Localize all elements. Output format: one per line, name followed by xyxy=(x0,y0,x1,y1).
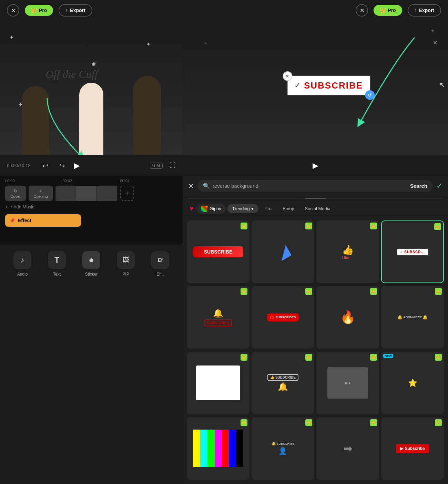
opening-clip[interactable]: + Opening xyxy=(29,186,53,201)
pro-crown-5: 👑 xyxy=(241,288,247,295)
redo-button[interactable]: ↪ xyxy=(57,159,67,172)
video-thumb-3 xyxy=(97,186,118,201)
pro-label-right: Pro xyxy=(388,8,396,13)
export-button-right[interactable]: ↑ Export xyxy=(408,4,441,17)
controls-bar-right: ▶ xyxy=(183,155,448,176)
pro-label-left: Pro xyxy=(39,8,47,13)
search-button[interactable]: Search xyxy=(410,183,427,189)
category-tabs: ♥ Giphy Trending ▾ Pro Emoji Social Medi… xyxy=(183,200,448,217)
video-clip[interactable] xyxy=(55,186,118,201)
effect-pin-icon: 📌 xyxy=(9,218,15,223)
pro-crown-3: 👑 xyxy=(370,223,377,229)
sticker-item-fire[interactable]: 🔥 👑 xyxy=(316,286,379,349)
sticker-item-arrow[interactable]: ➡ 👑 xyxy=(316,417,379,480)
giphy-tab[interactable]: Giphy xyxy=(196,204,226,214)
emoji-tab[interactable]: Emoji xyxy=(278,204,299,213)
sticker-fire-content: 🔥 xyxy=(340,310,356,325)
tool-effect[interactable]: Ef Ef... xyxy=(148,251,172,277)
pro-crown-13: 👑 xyxy=(241,419,247,426)
close-button-right[interactable]: ✕ xyxy=(356,4,368,17)
favorites-tab[interactable]: ♥ xyxy=(188,203,195,214)
add-music-row[interactable]: ♪ ♪ Add Music xyxy=(5,203,177,211)
sticker-item-subscribe-outline[interactable]: ✓ SUBSCR... 👑 xyxy=(381,220,444,283)
pro-crown-16: 👑 xyxy=(435,419,442,426)
pro-icon-left: 👑 xyxy=(31,8,37,13)
sticker-item-subscribe-red[interactable]: SUBSCRIBE 👑 xyxy=(187,220,250,283)
search-bar: ✕ 🔍 Search ✓ xyxy=(183,176,448,196)
pip-label: PIP xyxy=(122,272,129,277)
effect-track-row: 📌 Effect xyxy=(5,213,177,228)
sticker-panel: ✕ 🔍 Search ✓ ♥ Giphy Tr xyxy=(183,176,448,484)
play-button-left[interactable]: ▶ xyxy=(74,161,80,170)
left-panel: ✦ ✦ ✦ ✦ ✺ Off the Cuff xyxy=(0,21,183,484)
video-preview-right: ✦ ✦ ✕ ✓ SUBSCRIBE ✕ ↺ ↖ xyxy=(183,21,448,155)
track-row-video: ↻ Cover + Opening + xyxy=(5,186,177,201)
video-preview-left: ✦ ✦ ✦ ✦ ✺ Off the Cuff xyxy=(0,21,183,155)
tool-pip[interactable]: 🖼 PIP xyxy=(114,251,138,277)
sticker-item-subscribe-btn[interactable]: ▶Subscribe 👑 xyxy=(381,417,444,480)
sticker-label: Sticker xyxy=(85,272,98,277)
sticker-subscribe-outline-content: ✓ SUBSCR... xyxy=(397,248,428,256)
subscribe-resize-handle[interactable]: ↺ xyxy=(365,90,375,100)
pro-crown-12: 👑 xyxy=(435,354,442,361)
sticker-item-cursor[interactable]: ◢ 👑 xyxy=(252,220,314,283)
pro-crown-11: 👑 xyxy=(370,354,377,361)
sticker-item-bell[interactable]: 🔔 SUBSCRIBE 👑 xyxy=(187,286,250,349)
sticker-item-person[interactable]: 🔔 SUBSCRIBE 👤 👑 xyxy=(252,417,314,480)
sparkle-2: ✦ xyxy=(146,41,151,48)
sticker-grid: SUBSCRIBE 👑 ◢ 👑 👍 Like 👑 ✓ xyxy=(183,217,448,484)
social-media-tab[interactable]: Social Media xyxy=(300,204,335,213)
pro-crown-6: 👑 xyxy=(305,288,312,295)
sticker-colorbar-content xyxy=(193,430,243,467)
sticker-item-whitebox[interactable]: 👑 xyxy=(187,352,250,414)
sticker-item-dark[interactable]: ▶ ● 👑 xyxy=(316,352,379,414)
pro-crown-4: 👑 xyxy=(434,223,441,230)
close-button-left[interactable]: ✕ xyxy=(7,4,19,17)
sticker-ring-content: 👍 SUBSCRIBE 🔔 xyxy=(267,374,298,392)
bar-blue xyxy=(229,430,236,467)
expand-button[interactable]: ⛶ xyxy=(170,162,176,169)
pro-button-left[interactable]: 👑 Pro xyxy=(25,5,53,16)
sticker-bell-content: 🔔 SUBSCRIBE xyxy=(204,308,232,326)
sticker-item-abonniert[interactable]: 🔔 ABONNIERT 🔔 👑 xyxy=(381,286,444,349)
pro-button-right[interactable]: 👑 Pro xyxy=(374,5,402,16)
search-scrollbar xyxy=(188,198,442,199)
bar-red xyxy=(222,430,229,467)
search-input[interactable] xyxy=(213,183,407,189)
add-music-label: ♪ Add Music xyxy=(10,204,34,209)
sticker-item-colorbars[interactable]: 👑 xyxy=(187,417,250,480)
cover-clip[interactable]: ↻ Cover xyxy=(5,186,26,201)
pro-crown-9: 👑 xyxy=(241,354,247,361)
subscribe-close-button[interactable]: ✕ xyxy=(283,71,292,81)
effect-track[interactable]: 📌 Effect xyxy=(5,214,81,227)
sticker-item-new[interactable]: NEW ⭐ 👑 xyxy=(381,352,444,414)
sticker-item-like[interactable]: 👍 Like 👑 xyxy=(316,220,379,283)
trending-tab[interactable]: Trending ▾ xyxy=(227,204,258,213)
search-icon: 🔍 xyxy=(203,183,210,189)
pro-tab[interactable]: Pro xyxy=(260,204,276,213)
play-button-right[interactable]: ▶ xyxy=(313,161,318,170)
pro-crown-1: 👑 xyxy=(241,223,247,229)
effect-tool-label: Ef... xyxy=(156,272,164,277)
confirm-button[interactable]: ✓ xyxy=(436,182,442,190)
tool-audio[interactable]: ♪ Audio xyxy=(10,251,34,277)
cursor-arrow: ↖ xyxy=(439,81,445,89)
person-3 xyxy=(133,76,161,155)
sticker-item-subscribed[interactable]: ⭕ SUBSCRIBED 👑 xyxy=(252,286,314,349)
pro-crown-10: 👑 xyxy=(305,354,312,361)
sticker-item-ring[interactable]: 👍 SUBSCRIBE 🔔 👑 xyxy=(252,352,314,414)
sparkle-1: ✦ xyxy=(9,34,14,41)
search-input-wrapper: 🔍 Search xyxy=(197,180,433,192)
close-search-button[interactable]: ✕ xyxy=(188,182,194,190)
subscribe-overlay[interactable]: ✓ SUBSCRIBE ✕ ↺ xyxy=(286,75,371,96)
tool-sticker[interactable]: ● Sticker xyxy=(79,251,103,277)
export-button-left[interactable]: ↑ Export xyxy=(59,4,92,17)
tool-text[interactable]: T Text xyxy=(45,251,69,277)
pro-crown-8: 👑 xyxy=(435,288,442,295)
trending-label: Trending xyxy=(232,206,250,211)
add-clip-button[interactable]: + xyxy=(120,186,134,201)
undo-button[interactable]: ↩ xyxy=(40,159,50,172)
sticker-subscribed-content: ⭕ SUBSCRIBED xyxy=(267,313,299,321)
effect-label: Effect xyxy=(18,218,31,223)
pro-crown-7: 👑 xyxy=(370,288,377,295)
